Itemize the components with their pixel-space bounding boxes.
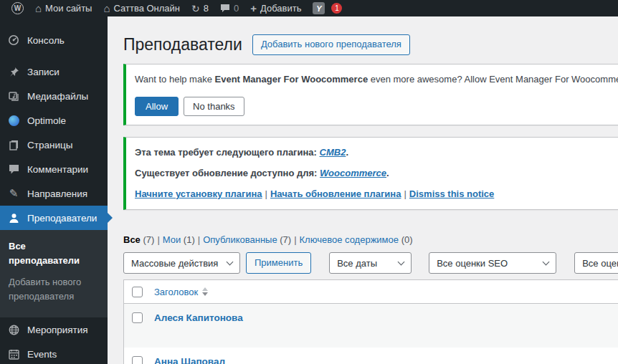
sidebar-item-label: Комментарии [27,164,88,175]
separator: | [157,234,159,245]
sidebar-item-directions[interactable]: ✎ Направления [0,181,108,206]
table-row: Алеся Капитонова [124,304,618,348]
sidebar-item-optimole[interactable]: Optimole [0,108,108,133]
sidebar-item-events[interactable]: Events [0,342,108,364]
table-header-row: Заголовок [124,280,618,304]
sidebar-item-label: Направления [27,188,87,199]
chevron-down-icon [398,259,405,266]
my-sites-menu[interactable]: ⌂ Мои сайты [29,0,98,16]
yoast-icon: Y [313,2,325,14]
pages-icon [7,140,20,150]
filter-cornerstone-count: (0) [401,234,413,245]
row-checkbox[interactable] [132,312,143,323]
optimole-icon [7,115,20,126]
sidebar-item-comments[interactable]: Комментарии [0,157,108,181]
separator: | [294,234,296,245]
apply-button[interactable]: Применить [246,252,311,274]
plugin-notice: Эта тема требует следующего плагина: CMB… [123,137,618,211]
sidebar-item-posts[interactable]: Записи [0,59,108,84]
feedback-notice: Want to help make Event Manager For Wooc… [123,64,618,125]
row-checkbox[interactable] [132,356,143,364]
begin-update-link[interactable]: Начать обновление плагина [270,188,401,199]
sidebar-item-label: Консоль [27,35,65,46]
new-content-menu[interactable]: + Добавить [244,0,307,16]
dismiss-notice-link[interactable]: Dismiss this notice [409,188,494,199]
title-column-label: Заголовок [154,287,198,297]
teacher-name-link[interactable]: Анна Шаповал [154,356,225,364]
dates-filter-value: Все даты [337,258,377,269]
sidebar-item-events-ru[interactable]: Мероприятия [0,317,108,342]
list-toolbar: Массовые действия Применить Все даты Все… [123,252,618,274]
teacher-name-link[interactable]: Алеся Капитонова [154,312,243,323]
my-sites-label: Мои сайты [45,3,92,14]
pushpin-icon [7,67,20,77]
filter-mine-count: (1) [184,234,195,245]
network-icon: ⌂ [35,3,42,14]
site-link[interactable]: ⌂ Саттва Онлайн [98,0,186,16]
filter-all[interactable]: Все [123,234,141,245]
add-new-label: Добавить [260,3,301,14]
chevron-down-icon [543,259,550,266]
submenu-all-teachers[interactable]: Все преподаватели [0,236,108,272]
update-available-line: Существует обновление доступно для: Wooc… [135,167,618,181]
chevron-down-icon [227,259,234,266]
bulk-actions-select[interactable]: Массовые действия [123,252,240,274]
allow-button[interactable]: Allow [135,97,179,116]
dashboard-icon [7,34,20,46]
pencil-icon: ✎ [7,187,20,200]
no-thanks-button[interactable]: No thanks [184,97,244,116]
wordpress-menu[interactable]: W [6,0,29,16]
cmb2-link[interactable]: CMB2 [320,147,346,158]
admin-sidebar: Консоль Записи Медиафайлы Optimole Стран… [0,16,108,364]
sidebar-item-dashboard[interactable]: Консоль [0,28,108,52]
site-name: Саттва Онлайн [114,3,181,14]
table-row: Анна Шаповал [124,348,618,364]
update-available-text: Существует обновление доступно для: [135,168,320,178]
comment-icon [7,164,20,174]
feedback-notice-text: Want to help make Event Manager For Wooc… [135,73,618,87]
filter-published-count: (7) [280,234,291,245]
comments-indicator[interactable]: 0 [214,0,244,16]
feedback-text-after: even more awesome? Allow Event Manager F… [368,74,618,85]
sidebar-item-pages[interactable]: Страницы [0,133,108,157]
title-column-header[interactable]: Заголовок [154,287,208,297]
select-all-checkbox[interactable] [132,287,143,297]
admin-bar: W ⌂ Мои сайты ⌂ Саттва Онлайн ↻ 8 0 + До… [0,0,618,16]
separator: | [198,234,200,245]
readability-filter-select[interactable]: Все оценк [574,252,618,274]
main-content: Преподаватели Добавить нового преподават… [108,16,618,364]
readability-filter-value: Все оценк [582,258,618,269]
add-new-teacher-button[interactable]: Добавить нового преподавателя [252,34,410,55]
sidebar-item-label: Преподаватели [27,213,97,224]
seo-filter-value: Все оценки SEO [437,258,508,269]
sidebar-item-label: Страницы [27,140,72,150]
sidebar-item-media[interactable]: Медиафайлы [0,84,108,108]
globe-icon [7,325,20,335]
dates-filter-select[interactable]: Все даты [329,252,412,274]
bulk-actions-value: Массовые действия [131,258,218,269]
filter-mine[interactable]: Мои [163,234,181,245]
sidebar-item-teachers[interactable]: Преподаватели [0,206,108,230]
yoast-notification-badge: 1 [331,3,342,14]
filter-published[interactable]: Опубликованные [203,234,277,245]
feedback-text-plugin-name: Event Manager For Woocommerce [215,74,369,85]
comments-bubble-icon [220,4,230,13]
filter-cornerstone[interactable]: Ключевое содержимое [300,234,399,245]
person-icon [7,213,20,224]
submenu-add-teacher[interactable]: Добавить нового преподавателя [0,272,108,307]
seo-filter-select[interactable]: Все оценки SEO [429,252,556,274]
comments-count: 0 [234,3,239,14]
page-header: Преподаватели Добавить нового преподават… [123,34,618,55]
sort-indicator-icon [202,287,208,296]
sidebar-item-label: Optimole [27,115,66,126]
update-available-period: . [386,168,389,178]
notice-actions-line: Начните установку плагина|Начать обновле… [135,188,618,201]
updates-indicator[interactable]: ↻ 8 [186,0,214,16]
begin-install-link[interactable]: Начните установку плагина [135,188,262,199]
yoast-seo-menu[interactable]: Y 1 [307,0,348,16]
plugin-required-text: Эта тема требует следующего плагина: [135,147,320,158]
woocommerce-link[interactable]: Woocommerce [320,168,386,178]
teachers-submenu: Все преподаватели Добавить нового препод… [0,230,108,317]
calendar-icon [7,349,20,360]
plus-icon: + [250,3,257,14]
